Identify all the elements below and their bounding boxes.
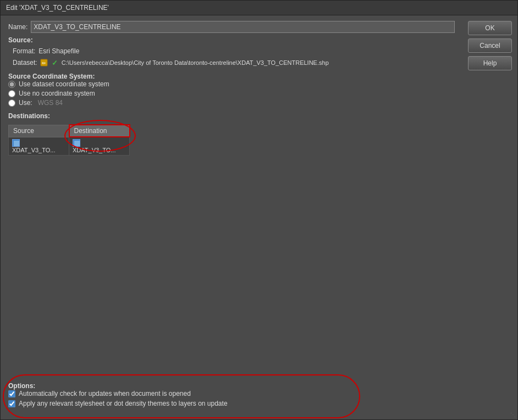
svg-text:✏: ✏ bbox=[42, 60, 46, 66]
table-container: Source Destination XD bbox=[8, 122, 130, 156]
name-label: Name: bbox=[8, 23, 27, 31]
dest-dataset-icon bbox=[73, 139, 80, 147]
format-row: Format: Esri Shapefile bbox=[13, 47, 455, 55]
options-section: Options: Automatically check for updates… bbox=[8, 378, 455, 414]
radio-label-2: Use no coordinate system bbox=[19, 90, 95, 97]
destinations-section: Destinations: Source Destination bbox=[8, 112, 455, 157]
destinations-label: Destinations: bbox=[8, 112, 50, 120]
title-bar: Edit 'XDAT_V3_TO_CENTRELINE' bbox=[1, 1, 517, 15]
radio-label-3: Use: bbox=[19, 99, 32, 107]
name-input[interactable] bbox=[31, 21, 455, 33]
radio-use-custom[interactable] bbox=[8, 100, 15, 107]
table-cell-source: XDAT_V3_TO... bbox=[9, 137, 69, 156]
coord-system-label-row: Source Coordinate System: bbox=[8, 70, 455, 80]
checkbox-row-2: Apply any relevant stylesheet or dot den… bbox=[8, 400, 455, 407]
checkbox-stylesheet[interactable] bbox=[8, 400, 15, 407]
window-title: Edit 'XDAT_V3_TO_CENTRELINE' bbox=[6, 4, 109, 12]
wgs-placeholder: WGS 84 bbox=[38, 99, 63, 107]
table-row[interactable]: XDAT_V3_TO... XDAT_V3_TO... bbox=[9, 137, 130, 156]
content-area: Name: Source: Format: Esri Shapefile Dat… bbox=[1, 15, 517, 419]
destinations-table: Source Destination XD bbox=[8, 124, 130, 156]
options-label-row: Options: bbox=[8, 382, 455, 390]
help-button[interactable]: Help bbox=[468, 56, 512, 70]
spacer bbox=[8, 161, 455, 374]
source-cell-text: XDAT_V3_TO... bbox=[12, 147, 55, 153]
coord-system-section: Source Coordinate System: Use dataset co… bbox=[8, 70, 455, 107]
table-cell-destination: XDAT_V3_TO... bbox=[69, 137, 130, 156]
coord-system-label: Source Coordinate System: bbox=[8, 73, 95, 80]
radio-use-dataset[interactable] bbox=[8, 81, 15, 88]
radio-no-coord[interactable] bbox=[8, 90, 15, 97]
checkbox-row-1: Automatically check for updates when doc… bbox=[8, 390, 455, 397]
resize-handle[interactable]: ⋱ bbox=[510, 412, 516, 418]
col-header-source: Source bbox=[9, 125, 69, 137]
radio-row-3: Use: WGS 84 bbox=[8, 99, 455, 107]
dataset-path: C:\Users\rebecca\Desktop\City of Toronto… bbox=[62, 59, 329, 66]
radio-group: Use dataset coordinate system Use no coo… bbox=[8, 80, 455, 107]
radio-row-1: Use dataset coordinate system bbox=[8, 80, 455, 88]
options-label: Options: bbox=[8, 382, 35, 390]
source-label: Source: bbox=[8, 36, 33, 44]
checkbox-label-2: Apply any relevant stylesheet or dot den… bbox=[19, 400, 228, 407]
options-wrapper: Options: Automatically check for updates… bbox=[8, 378, 455, 414]
dataset-label: Dataset: bbox=[13, 59, 37, 67]
table-header-row: Source Destination bbox=[9, 125, 130, 137]
dest-cell-text: XDAT_V3_TO... bbox=[73, 147, 115, 153]
destinations-label-row: Destinations: bbox=[8, 112, 455, 120]
checkbox-label-1: Automatically check for updates when doc… bbox=[19, 390, 191, 397]
col-header-destination: Destination bbox=[69, 125, 130, 137]
source-row: Source: bbox=[8, 36, 455, 44]
main-panel: Name: Source: Format: Esri Shapefile Dat… bbox=[1, 15, 462, 419]
radio-label-1: Use dataset coordinate system bbox=[19, 80, 109, 88]
cancel-button[interactable]: Cancel bbox=[468, 38, 512, 53]
right-panel: OK Cancel Help bbox=[462, 15, 517, 419]
source-dataset-icon bbox=[12, 139, 20, 147]
pencil-icon[interactable]: ✏ bbox=[40, 58, 48, 67]
ok-button[interactable]: OK bbox=[468, 21, 512, 35]
main-window: Edit 'XDAT_V3_TO_CENTRELINE' Name: Sourc… bbox=[0, 0, 518, 420]
radio-row-2: Use no coordinate system bbox=[8, 90, 455, 97]
format-value: Esri Shapefile bbox=[38, 47, 79, 55]
checkbox-auto-update[interactable] bbox=[8, 390, 15, 397]
dataset-row: Dataset: ✏ ✓ C:\Users\rebecca\Desktop\Ci… bbox=[13, 58, 455, 67]
check-icon: ✓ bbox=[51, 58, 59, 67]
name-row: Name: bbox=[8, 21, 455, 33]
format-label: Format: bbox=[13, 47, 35, 55]
